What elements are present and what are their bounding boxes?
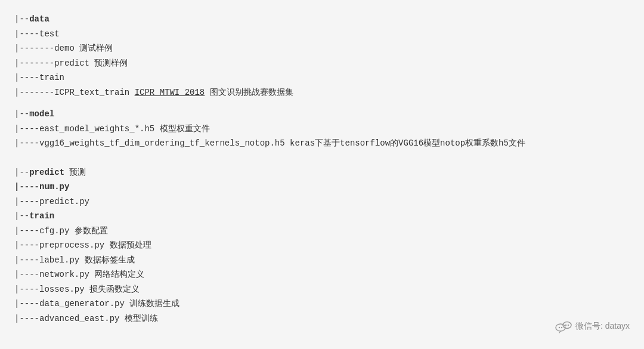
line-train-section-text: |--train	[14, 209, 54, 224]
line-model: |--model	[14, 107, 630, 122]
line-num-py-text: |----num.py	[14, 180, 69, 194]
line-label-text: |----label.py 数据标签生成	[14, 253, 135, 268]
line-preprocess-text: |----preprocess.py 数据预处理	[14, 238, 151, 253]
line-east-weights-text: |----east_model_weights_*.h5 模型权重文件	[14, 122, 210, 137]
line-cfg: |----cfg.py 参数配置	[14, 224, 630, 239]
line-demo: |-------demo 测试样例	[14, 41, 630, 56]
line-num-py: |----num.py	[14, 180, 630, 194]
watermark: 微信号: datayx	[555, 318, 630, 335]
line-network: |----network.py 网络结构定义	[14, 267, 630, 282]
line-vgg16-text: |----vgg16_weights_tf_dim_ordering_tf_ke…	[14, 136, 525, 151]
svg-point-3	[561, 327, 562, 328]
line-predict-sample-text: |-------predict 预测样例	[14, 56, 128, 71]
line-predict-sample: |-------predict 预测样例	[14, 56, 630, 71]
spacer2	[14, 151, 630, 158]
line-data-generator-text: |----data_generator.py 训练数据生成	[14, 297, 179, 311]
svg-point-2	[559, 327, 560, 328]
line-advanced-east: |----advanced_east.py 模型训练	[14, 311, 630, 326]
line-icpr: |-------ICPR_text_train ICPR_MTWI_2018 图…	[14, 85, 630, 100]
line-network-text: |----network.py 网络结构定义	[14, 267, 144, 282]
line-preprocess: |----preprocess.py 数据预处理	[14, 238, 630, 253]
line-predict-section-text: |--predict 预测	[14, 165, 86, 180]
icpr-underline: ICPR_MTWI_2018	[135, 88, 205, 97]
line-train-data: |----train	[14, 70, 630, 85]
line-losses: |----losses.py 损失函数定义	[14, 282, 630, 297]
line-losses-text: |----losses.py 损失函数定义	[14, 282, 140, 297]
line-data-text: |--data	[14, 12, 49, 27]
line-cfg-text: |----cfg.py 参数配置	[14, 224, 108, 239]
line-data-generator: |----data_generator.py 训练数据生成	[14, 297, 630, 311]
svg-point-4	[565, 325, 566, 326]
line-train-data-text: |----train	[14, 70, 64, 85]
line-predict-section: |--predict 预测	[14, 165, 630, 180]
line-test: |----test	[14, 27, 630, 42]
line-demo-text: |-------demo 测试样例	[14, 41, 113, 56]
line-vgg16: |----vgg16_weights_tf_dim_ordering_tf_ke…	[14, 136, 630, 151]
line-predict-py-text: |----predict.py	[14, 194, 89, 209]
line-predict-py: |----predict.py	[14, 194, 630, 209]
svg-point-5	[568, 325, 569, 326]
spacer3	[14, 158, 630, 165]
wechat-icon	[555, 318, 572, 335]
line-advanced-east-text: |----advanced_east.py 模型训练	[14, 311, 158, 326]
line-icpr-text: |-------ICPR_text_train ICPR_MTWI_2018 图…	[14, 85, 293, 100]
line-east-weights: |----east_model_weights_*.h5 模型权重文件	[14, 122, 630, 137]
watermark-text: 微信号: datayx	[575, 321, 630, 332]
line-train-section: |--train	[14, 209, 630, 224]
line-data: |--data	[14, 12, 630, 27]
content-area: |--data |----test |-------demo 测试样例 |---…	[14, 12, 630, 326]
spacer1	[14, 100, 630, 107]
line-label: |----label.py 数据标签生成	[14, 253, 630, 268]
line-test-text: |----test	[14, 27, 60, 42]
line-model-text: |--model	[14, 107, 54, 122]
